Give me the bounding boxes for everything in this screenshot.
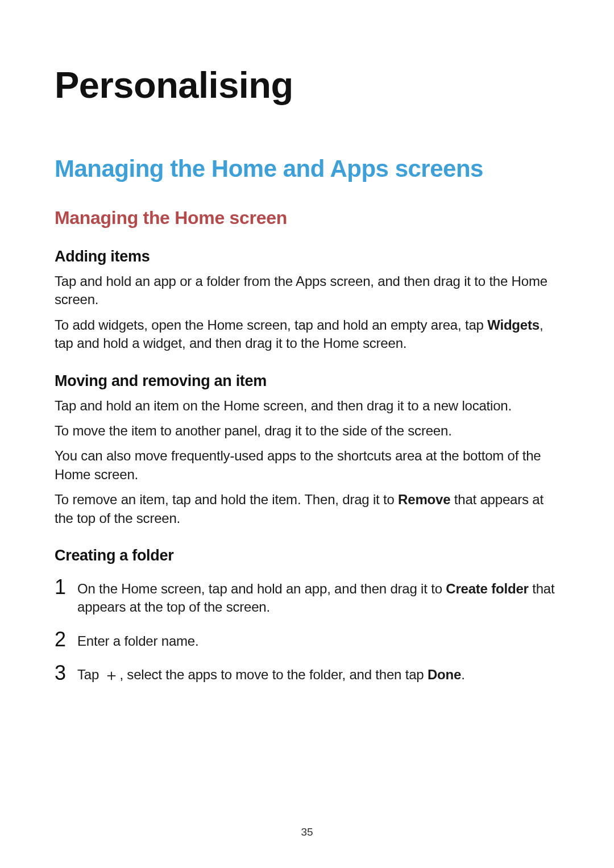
text-run: To add widgets, open the Home screen, ta… xyxy=(55,317,487,333)
text-bold: Remove xyxy=(398,492,450,507)
list-body: Tap ＋, select the apps to move to the fo… xyxy=(77,663,465,684)
topic-heading-creating-folder: Creating a folder xyxy=(55,528,559,564)
text-bold: Widgets xyxy=(487,317,540,333)
document-page: Personalising Managing the Home and Apps… xyxy=(0,0,614,868)
list-item: 2 Enter a folder name. xyxy=(55,617,559,650)
list-body: On the Home screen, tap and hold an app,… xyxy=(77,577,559,617)
body-text: To remove an item, tap and hold the item… xyxy=(55,484,559,528)
list-body: Enter a folder name. xyxy=(77,629,198,650)
topic-heading-adding-items: Adding items xyxy=(55,229,559,265)
text-run: , select the apps to move to the folder,… xyxy=(119,667,428,682)
body-text: To add widgets, open the Home screen, ta… xyxy=(55,309,559,353)
list-item: 1 On the Home screen, tap and hold an ap… xyxy=(55,564,559,617)
section-heading: Managing the Home and Apps screens xyxy=(55,106,559,182)
text-run: Tap xyxy=(77,667,103,682)
text-bold: Done xyxy=(428,667,461,682)
text-run: On the Home screen, tap and hold an app,… xyxy=(77,581,446,596)
body-text: You can also move frequently-used apps t… xyxy=(55,440,559,484)
body-text: Tap and hold an item on the Home screen,… xyxy=(55,390,559,415)
page-title: Personalising xyxy=(55,0,559,106)
list-item: 3 Tap ＋, select the apps to move to the … xyxy=(55,650,559,684)
body-text: Tap and hold an app or a folder from the… xyxy=(55,265,559,309)
list-number: 2 xyxy=(55,629,67,650)
text-bold: Create folder xyxy=(446,581,528,596)
page-number: 35 xyxy=(0,826,614,838)
list-number: 1 xyxy=(55,577,67,597)
text-run: To remove an item, tap and hold the item… xyxy=(55,492,398,507)
ordered-list: 1 On the Home screen, tap and hold an ap… xyxy=(55,564,559,684)
text-run: . xyxy=(461,667,464,682)
topic-heading-moving-removing: Moving and removing an item xyxy=(55,353,559,390)
list-number: 3 xyxy=(55,663,67,683)
subsection-heading: Managing the Home screen xyxy=(55,182,559,229)
body-text: To move the item to another panel, drag … xyxy=(55,415,559,440)
